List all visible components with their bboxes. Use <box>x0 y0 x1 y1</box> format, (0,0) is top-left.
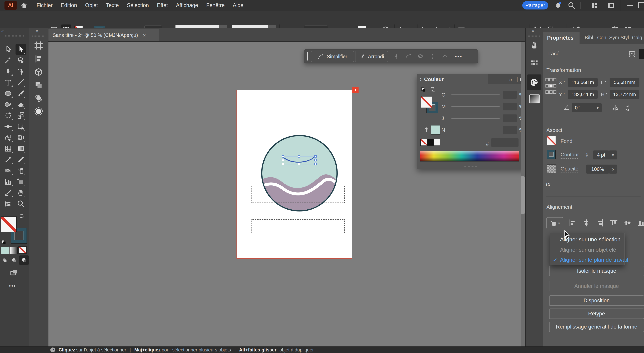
shear-tool[interactable] <box>3 154 14 165</box>
notifications-bell-icon[interactable] <box>554 2 562 10</box>
loop-edit-icon[interactable] <box>417 53 424 60</box>
rotate-tool[interactable] <box>3 110 14 121</box>
round-button[interactable]: Arrondi <box>355 51 388 62</box>
menu-affichage[interactable]: Affichage <box>176 2 198 8</box>
angle-chevron-cell[interactable]: ▾ <box>594 103 602 112</box>
symbol-sprayer-tool[interactable] <box>16 165 26 176</box>
panel-expand-icon[interactable]: » <box>509 76 512 83</box>
none-color-swatch[interactable] <box>420 139 428 146</box>
direct-selection-tool[interactable] <box>3 44 14 55</box>
white-color-swatch[interactable] <box>434 139 440 146</box>
color-mode-swatch[interactable] <box>1 247 9 254</box>
shape-builder-tool[interactable] <box>3 132 14 143</box>
search-icon[interactable] <box>568 2 576 10</box>
right-dock-collapse-icon[interactable]: « <box>532 28 534 34</box>
curve-edit-icon[interactable] <box>405 53 412 60</box>
simplify-button[interactable]: Simplifier <box>311 51 354 62</box>
canvas-vscrollbar[interactable] <box>521 42 525 346</box>
taskbar-drag-handle[interactable] <box>307 52 308 60</box>
angle-field[interactable]: 0° <box>572 103 597 112</box>
help-icon[interactable]: ? <box>50 348 55 352</box>
tab-calques[interactable]: Calq <box>632 35 642 40</box>
panel-resize-grip[interactable] <box>464 166 480 167</box>
swatches-panel-icon[interactable] <box>530 58 539 68</box>
menu-fenetre[interactable]: Fenêtre <box>206 2 224 8</box>
paintbrush-tool[interactable] <box>16 88 26 99</box>
aspect-opacity-more-cell[interactable]: › <box>609 164 617 174</box>
menu-objet[interactable]: Objet <box>85 2 98 8</box>
reference-point-grid[interactable] <box>545 78 557 95</box>
aspect-stroke-value[interactable]: 4 pt <box>593 150 609 160</box>
left-dock-drag-handle[interactable] <box>32 36 45 37</box>
channel-n-value[interactable] <box>503 126 517 134</box>
none-mode-swatch[interactable] <box>18 246 27 254</box>
shaper-tool[interactable] <box>3 99 14 110</box>
color-panel-tab[interactable]: ▴▾ Couleur <box>417 74 488 84</box>
artboard-tool[interactable] <box>16 176 26 187</box>
prop-align-vmiddle-icon[interactable] <box>623 218 632 227</box>
generative-fill-button[interactable]: Remplissage génératif de la forme <box>549 322 644 332</box>
channel-m-value[interactable] <box>503 102 517 110</box>
retype-button[interactable]: Retype <box>549 308 644 319</box>
menu-edition[interactable]: Edition <box>61 2 77 8</box>
line-segment-tool[interactable] <box>16 77 26 88</box>
tab-contour[interactable]: Con <box>597 35 606 40</box>
fx-label[interactable]: fx. <box>546 181 552 188</box>
document-tab-close-icon[interactable]: × <box>143 32 146 38</box>
slice-tool[interactable] <box>3 187 14 198</box>
artboards-panel-icon[interactable] <box>34 41 43 50</box>
swap-proxy-icon[interactable] <box>430 86 437 93</box>
window-minimize-button[interactable] <box>627 5 633 6</box>
gradient-tool[interactable] <box>16 143 26 154</box>
prop-align-left-icon[interactable] <box>568 218 577 227</box>
prop-align-right-icon[interactable] <box>596 218 604 227</box>
black-color-swatch[interactable] <box>427 139 434 146</box>
draw-inside-mode[interactable] <box>19 256 28 265</box>
channel-n-slider[interactable] <box>452 130 500 130</box>
channel-m-slider[interactable] <box>452 106 500 107</box>
draw-behind-mode[interactable] <box>10 256 18 264</box>
document-tab[interactable]: Sans titre - 2* @ 50 % (CMJN/Aperçu) × <box>48 29 159 41</box>
selection-tool[interactable] <box>16 44 26 55</box>
puppet-warp-tool[interactable] <box>16 121 26 132</box>
tools-collapse-icon[interactable]: « <box>2 28 4 34</box>
aspect-stepper-down-icon[interactable]: ▾ <box>586 155 588 158</box>
align-panel-icon[interactable] <box>34 54 43 64</box>
panel-collapse-icon[interactable]: ▴▾ <box>420 77 422 82</box>
type-tool[interactable] <box>3 77 14 88</box>
right-dock-drag-handle[interactable] <box>528 36 540 37</box>
whiteboard-panel-icon[interactable] <box>34 107 43 116</box>
layout-grid-icon[interactable] <box>590 2 599 9</box>
release-mask-button[interactable]: Annuler le masque <box>549 281 644 291</box>
tab-symboles[interactable]: Sym <box>609 35 619 40</box>
pen-edit-icon[interactable] <box>393 53 400 60</box>
channel-c-slider[interactable] <box>452 94 500 95</box>
gradient-mode-swatch[interactable] <box>10 247 18 254</box>
anchor-edit-icon[interactable] <box>429 53 436 60</box>
menu-effet[interactable]: Effet <box>157 2 168 8</box>
h-field[interactable]: 13,772 mn <box>610 90 640 99</box>
menu-texte[interactable]: Texte <box>106 2 119 8</box>
channel-c-value[interactable] <box>503 91 517 99</box>
artboard[interactable] <box>236 90 352 258</box>
align-to-dropdown[interactable]: ▾ <box>546 217 563 229</box>
rotate-view-panel-icon[interactable] <box>34 94 43 103</box>
graph-tool[interactable] <box>3 176 14 187</box>
aspect-fill-swatch[interactable] <box>547 136 556 145</box>
eyedropper-tool[interactable] <box>16 154 26 165</box>
tab-styles[interactable]: Styl <box>620 35 629 40</box>
isolate-mask-button[interactable]: Isoler le masque <box>549 266 644 276</box>
lasso-tool[interactable] <box>16 55 26 66</box>
magic-wand-tool[interactable] <box>3 55 14 66</box>
draw-normal-mode[interactable] <box>0 256 9 264</box>
flip-horizontal-icon[interactable] <box>611 104 619 112</box>
mesh-tool[interactable] <box>3 143 14 154</box>
aspect-opacity-label[interactable]: Opacité <box>560 166 578 173</box>
fill-proxy[interactable] <box>421 96 432 108</box>
zoom-tool[interactable] <box>16 198 26 209</box>
screen-mode-icon[interactable] <box>8 268 19 277</box>
menu-fichier[interactable]: Fichier <box>36 2 52 8</box>
color-spectrum-bar[interactable] <box>420 151 519 162</box>
selected-path[interactable] <box>281 154 318 167</box>
hand-tool[interactable] <box>16 187 26 198</box>
